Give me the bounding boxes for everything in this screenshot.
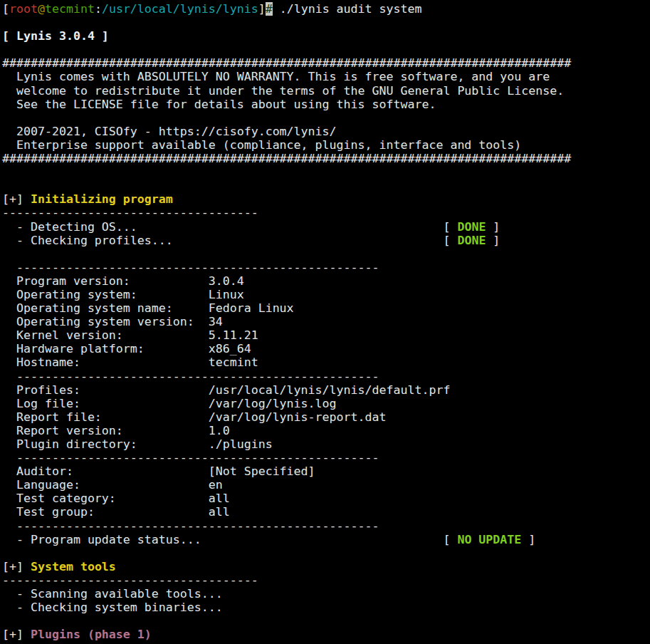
task-label: - Scanning available tools... (2, 587, 223, 601)
task-label: - Program update status... (2, 533, 201, 546)
banner-rule: ########################################… (2, 152, 650, 165)
sub-rule: ----------------------------------------… (2, 519, 379, 533)
terminal-line (2, 247, 650, 261)
terminal-line: ----------------------------------------… (2, 519, 650, 533)
spacer (201, 533, 444, 546)
terminal-line (2, 165, 650, 179)
info-program-version: Program version: 3.0.4 (2, 274, 244, 288)
terminal-line: Language: en (2, 478, 650, 492)
info-report-file: Report file: /var/log/lynis-report.dat (2, 410, 386, 424)
prompt-at-sign: @ (38, 2, 45, 16)
copyright-text: 2007-2021, CISOfy - https://cisofy.com/l… (2, 125, 337, 138)
prompt-user: root (9, 2, 38, 16)
section-prefix: [+] (2, 628, 31, 641)
status-bracket: [ (443, 220, 457, 234)
terminal-line: Report file: /var/log/lynis-report.dat (2, 410, 650, 424)
section-rule: ------------------------------------ (2, 206, 258, 219)
info-os-version: Operating system version: 34 (2, 315, 223, 328)
terminal-line (2, 614, 650, 628)
terminal-line: Operating system name: Fedora Linux (2, 301, 650, 315)
status-line-detecting-os: - Detecting OS... [ DONE ] (2, 220, 650, 234)
status-bracket: [ (443, 533, 457, 546)
terminal-line: Lynis comes with ABSOLUTELY NO WARRANTY.… (2, 70, 650, 83)
task-label: - Detecting OS... (2, 220, 137, 234)
info-hostname: Hostname: tecmint (2, 355, 258, 369)
status-done: DONE (457, 220, 486, 234)
section-header-plugins: [+] Plugins (phase 1) (2, 628, 650, 641)
terminal-line: ----------------------------------------… (2, 370, 650, 383)
info-test-group: Test group: all (2, 505, 230, 519)
section-title-plugins-phase-1: Plugins (phase 1) (31, 628, 152, 641)
terminal-line: Enterprise support available (compliance… (2, 138, 650, 152)
info-test-category: Test category: all (2, 492, 230, 505)
terminal-line: Log file: /var/log/lynis.log (2, 397, 650, 410)
terminal-line: See the LICENSE file for details about u… (2, 98, 650, 111)
terminal-text: [ (2, 2, 9, 16)
terminal-line: Operating system: Linux (2, 288, 650, 301)
lynis-version-banner: [ Lynis 3.0.4 ] (2, 29, 650, 43)
terminal-text: : (95, 2, 102, 16)
terminal-line (2, 179, 650, 192)
terminal-line: ----------------------------------------… (2, 261, 650, 274)
status-line-program-update: - Program update status... [ NO UPDATE ] (2, 533, 650, 546)
lynis-version-text: [ Lynis 3.0.4 ] (2, 29, 109, 43)
command-text: ./lynis audit system (273, 2, 422, 16)
terminal-line: Report version: 1.0 (2, 424, 650, 437)
status-bracket: ] (486, 220, 500, 234)
terminal-line: Profiles: /usr/local/lynis/lynis/default… (2, 383, 650, 397)
sub-rule: ----------------------------------------… (2, 370, 379, 383)
info-hardware-platform: Hardware platform: x86_64 (2, 342, 251, 355)
terminal-line: - Scanning available tools... (2, 587, 650, 601)
info-os-name: Operating system name: Fedora Linux (2, 301, 294, 315)
terminal-line (2, 16, 650, 29)
status-line-checking-profiles: - Checking profiles... [ DONE ] (2, 234, 650, 247)
spacer (137, 220, 444, 234)
info-kernel-version: Kernel version: 5.11.21 (2, 328, 258, 342)
hash-rule: ########################################… (2, 152, 571, 165)
prompt-host: tecmint (45, 2, 95, 16)
terminal-line: welcome to redistribute it under the ter… (2, 84, 650, 98)
status-bracket: [ (443, 234, 457, 247)
info-log-file: Log file: /var/log/lynis.log (2, 397, 337, 410)
section-prefix: [+] (2, 192, 31, 206)
info-report-version: Report version: 1.0 (2, 424, 230, 437)
terminal-line: Test group: all (2, 505, 650, 519)
prompt-path: /usr/local/lynis/lynis (102, 2, 258, 16)
section-prefix: [+] (2, 560, 31, 573)
enterprise-text: Enterprise support available (compliance… (2, 138, 521, 152)
info-operating-system: Operating system: Linux (2, 288, 244, 301)
terminal-line: Test category: all (2, 492, 650, 505)
terminal-line: Kernel version: 5.11.21 (2, 328, 650, 342)
terminal-line: Auditor: [Not Specified] (2, 464, 650, 478)
prompt-line: [root@tecmint:/usr/local/lynis/lynis]# .… (2, 2, 650, 16)
terminal-line: ------------------------------------ (2, 573, 650, 587)
info-language: Language: en (2, 478, 223, 492)
warranty-text: Lynis comes with ABSOLUTELY NO WARRANTY.… (2, 70, 550, 83)
section-title-initializing-program: Initializing program (31, 192, 173, 206)
warranty-text: See the LICENSE file for details about u… (2, 98, 436, 111)
status-done: DONE (457, 234, 486, 247)
terminal-line (2, 546, 650, 560)
terminal-line: 2007-2021, CISOfy - https://cisofy.com/l… (2, 125, 650, 138)
section-header-initializing: [+] Initializing program (2, 192, 650, 206)
section-rule: ------------------------------------ (2, 573, 258, 587)
section-title-system-tools: System tools (31, 560, 116, 573)
terminal-text: ] (258, 2, 266, 16)
terminal-line: Program version: 3.0.4 (2, 274, 650, 288)
info-plugin-directory: Plugin directory: ./plugins (2, 437, 273, 451)
status-bracket: ] (521, 533, 535, 546)
terminal-window: [root@tecmint:/usr/local/lynis/lynis]# .… (0, 0, 650, 644)
info-profiles: Profiles: /usr/local/lynis/lynis/default… (2, 383, 450, 397)
terminal-line: - Checking system binaries... (2, 601, 650, 614)
terminal-line: ------------------------------------ (2, 206, 650, 219)
spacer (173, 234, 444, 247)
terminal-line: Hardware platform: x86_64 (2, 342, 650, 355)
terminal-line (2, 111, 650, 125)
status-bracket: ] (486, 234, 500, 247)
sub-rule: ----------------------------------------… (2, 261, 379, 274)
terminal-line (2, 43, 650, 56)
sub-rule: ----------------------------------------… (2, 451, 379, 464)
info-auditor: Auditor: [Not Specified] (2, 464, 315, 478)
status-no-update: NO UPDATE (457, 533, 521, 546)
terminal-line: Operating system version: 34 (2, 315, 650, 328)
